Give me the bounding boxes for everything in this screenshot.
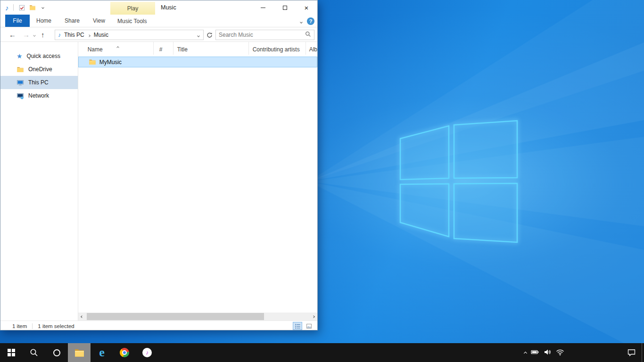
selected-count: 1 item selected [38, 323, 74, 329]
item-count: 1 item [12, 323, 27, 329]
close-button[interactable]: × [296, 0, 317, 15]
itunes-icon: ♪ [142, 348, 152, 357]
column-header-contributing-artists[interactable]: Contributing artists [249, 42, 306, 55]
scroll-right-icon[interactable] [309, 313, 317, 321]
titlebar-divider [13, 4, 14, 11]
quick-access-star-icon: ★ [17, 53, 23, 59]
system-tray [524, 343, 564, 362]
refresh-button[interactable] [205, 30, 214, 40]
sidebar-item-quick-access[interactable]: ★ Quick access [0, 49, 78, 63]
scrollbar-thumb[interactable] [87, 313, 264, 320]
tab-view[interactable]: View [86, 15, 112, 27]
hidden-icons-chevron-icon[interactable] [524, 349, 527, 356]
sidebar-item-label: This PC [28, 79, 49, 86]
column-header-number[interactable]: # [154, 42, 173, 55]
close-icon: × [305, 4, 309, 11]
onedrive-icon [17, 66, 24, 73]
breadcrumb-this-pc[interactable]: This PC [63, 32, 85, 38]
explorer-window: ♪ Play Music × File Home Share View Musi… [0, 0, 318, 330]
sidebar-item-label: Network [28, 92, 49, 99]
column-label: Alb [309, 46, 317, 53]
statusbar-divider [32, 323, 33, 329]
status-bar: 1 item 1 item selected [0, 321, 317, 331]
sidebar-item-network[interactable]: Network [0, 89, 78, 102]
title-bar[interactable]: ♪ Play Music × [0, 0, 317, 15]
taskbar-search-button[interactable] [23, 343, 45, 362]
breadcrumb-chevron-icon[interactable] [88, 32, 90, 38]
recent-locations-icon[interactable] [33, 31, 35, 38]
forward-button[interactable]: → [23, 31, 30, 38]
action-center-icon [627, 349, 636, 356]
search-icon[interactable] [305, 31, 311, 39]
tab-file[interactable]: File [5, 15, 30, 27]
minimize-button[interactable] [252, 0, 274, 15]
volume-icon[interactable] [544, 348, 552, 357]
navigation-bar: ← → ↑ ♪ This PC Music [0, 27, 317, 42]
column-label: Name [88, 46, 103, 53]
navigation-pane: ★ Quick access OneDrive This PC Network [0, 42, 78, 321]
cortana-icon [53, 349, 60, 356]
itunes-button[interactable]: ♪ [136, 343, 158, 362]
music-note-icon: ♪ [5, 4, 9, 11]
network-icon [17, 92, 24, 99]
column-headers: Name # Title Contributing artists Alb [78, 42, 317, 55]
customize-qat-icon[interactable] [38, 2, 48, 13]
folder-icon [89, 59, 96, 65]
new-folder-icon[interactable] [27, 2, 38, 13]
column-label: Contributing artists [253, 46, 300, 53]
column-header-album[interactable]: Alb [306, 42, 317, 55]
horizontal-scrollbar[interactable] [78, 313, 317, 321]
internet-explorer-button[interactable]: e [91, 343, 113, 362]
search-box[interactable] [215, 30, 314, 40]
windows-logo-icon [8, 349, 15, 356]
column-header-name[interactable]: Name [78, 42, 154, 55]
file-explorer-taskbar-button[interactable] [68, 343, 91, 362]
show-desktop-button[interactable] [642, 343, 644, 362]
scrollbar-track[interactable] [86, 313, 309, 321]
sort-ascending-icon [117, 43, 119, 50]
chrome-button[interactable] [113, 343, 136, 362]
chrome-icon [120, 348, 129, 357]
sidebar-item-this-pc[interactable]: This PC [0, 76, 78, 89]
tab-share[interactable]: Share [58, 15, 86, 27]
this-pc-icon [17, 79, 24, 86]
address-dropdown-icon[interactable] [198, 32, 199, 38]
tab-home[interactable]: Home [30, 15, 58, 27]
sidebar-item-label: Quick access [27, 53, 60, 59]
address-bar[interactable]: ♪ This PC Music [55, 30, 204, 40]
file-explorer-icon [74, 348, 85, 357]
contextual-tab-label: Play [127, 5, 138, 12]
search-icon [30, 348, 38, 357]
column-label: # [159, 46, 163, 53]
contextual-tab-play[interactable]: Play [110, 2, 155, 15]
breadcrumb-music[interactable]: Music [93, 32, 109, 38]
up-button[interactable]: ↑ [41, 31, 45, 38]
ribbon-tab-row: File Home Share View Music Tools ? [0, 15, 317, 27]
file-list-pane: Name # Title Contributing artists Alb [78, 42, 317, 321]
details-view-button[interactable] [293, 322, 302, 330]
help-button[interactable]: ? [307, 17, 314, 25]
internet-explorer-icon: e [99, 346, 105, 359]
start-button[interactable] [0, 343, 23, 362]
large-icons-view-button[interactable] [304, 322, 314, 330]
back-button[interactable]: ← [9, 31, 16, 38]
file-name: MyMusic [99, 59, 122, 66]
minimize-icon [261, 8, 265, 8]
sidebar-item-onedrive[interactable]: OneDrive [0, 63, 78, 76]
maximize-button[interactable] [274, 0, 296, 15]
file-row-mymusic[interactable]: MyMusic [78, 57, 317, 67]
sidebar-item-label: OneDrive [28, 66, 52, 73]
network-wifi-icon[interactable] [556, 348, 564, 357]
taskbar: e ♪ [0, 343, 644, 362]
collapse-ribbon-icon[interactable] [300, 18, 302, 25]
properties-icon[interactable] [17, 2, 27, 13]
column-label: Title [177, 46, 188, 53]
search-input[interactable] [216, 30, 305, 40]
column-header-title[interactable]: Title [173, 42, 249, 55]
cortana-button[interactable] [45, 343, 68, 362]
battery-icon[interactable] [531, 348, 539, 357]
scroll-left-icon[interactable] [78, 313, 86, 321]
tab-music-tools[interactable]: Music Tools [113, 15, 151, 27]
window-title: Music [161, 0, 176, 15]
action-center-button[interactable] [627, 343, 636, 362]
